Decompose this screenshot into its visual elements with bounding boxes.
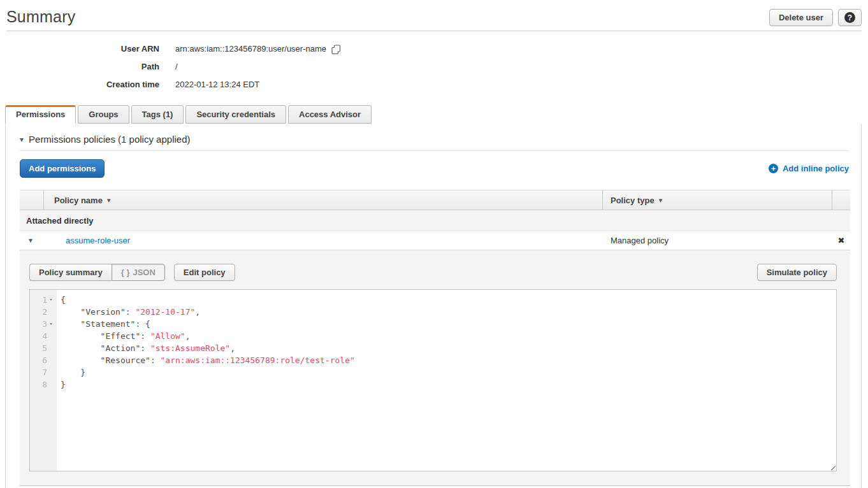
- policy-actions-row: Add permissions + Add inline policy: [20, 159, 849, 178]
- simulate-policy-button[interactable]: Simulate policy: [757, 264, 837, 281]
- fold-caret-icon[interactable]: ▾: [47, 318, 55, 330]
- expand-caret-icon[interactable]: ▼: [27, 237, 34, 244]
- user-detail-row: Path/: [0, 58, 868, 76]
- tab-permissions[interactable]: Permissions: [5, 105, 76, 124]
- field-label: Path: [0, 58, 159, 76]
- code-line: "Statement": {: [61, 318, 355, 330]
- line-number: 4: [42, 330, 47, 342]
- tab-groups[interactable]: Groups: [78, 105, 129, 124]
- page-title: Summary: [6, 8, 862, 26]
- gutter-line: 5: [30, 342, 57, 354]
- code-line: {: [61, 294, 355, 306]
- add-permissions-button[interactable]: Add permissions: [20, 159, 105, 178]
- sort-caret-icon: ▾: [107, 196, 111, 205]
- line-number: 3: [42, 318, 47, 330]
- policy-type-value: Managed policy: [603, 236, 832, 245]
- gutter-line: 1▾: [30, 294, 57, 306]
- page-header: Summary Delete user ?: [0, 0, 868, 31]
- json-button[interactable]: { } JSON: [112, 264, 165, 281]
- column-policy-name[interactable]: Policy name ▾: [44, 190, 603, 210]
- code-line: }: [61, 366, 355, 378]
- field-value: /: [175, 58, 178, 76]
- user-detail-row: Creation time2022-01-12 13:24 EDT: [0, 76, 868, 94]
- remove-policy-icon[interactable]: ✖: [838, 236, 845, 245]
- gutter-line: 4: [30, 330, 57, 342]
- add-inline-policy-link[interactable]: + Add inline policy: [769, 164, 849, 173]
- header-close-cell: [832, 190, 850, 210]
- tab-bar: PermissionsGroupsTags (1)Security creden…: [0, 105, 868, 124]
- line-number: 7: [42, 366, 47, 378]
- tab-access-advisor[interactable]: Access Advisor: [288, 105, 372, 124]
- gutter-line: 7: [30, 366, 57, 378]
- gutter-line: 6: [30, 354, 57, 366]
- policy-table-header: Policy name ▾ Policy type ▾: [20, 190, 850, 210]
- field-label: User ARN: [0, 40, 159, 58]
- column-policy-type-label: Policy type: [611, 196, 655, 205]
- tab-panel: ▾ Permissions policies (1 policy applied…: [5, 124, 862, 488]
- sort-caret-icon: ▾: [659, 196, 663, 205]
- editor-code[interactable]: { "Version": "2012-10-17", "Statement": …: [57, 290, 355, 471]
- braces-icon: { }: [121, 268, 130, 277]
- policy-name-link[interactable]: assume-role-user: [66, 236, 130, 245]
- policy-table-row: ▼ assume-role-user Managed policy ✖: [20, 231, 850, 250]
- help-button[interactable]: ?: [838, 9, 862, 26]
- policy-view-toggle: Policy summary { } JSON: [29, 264, 165, 281]
- field-value-text: /: [175, 58, 178, 76]
- help-icon: ?: [844, 12, 855, 23]
- line-number: 1: [42, 294, 47, 306]
- code-line: "Version": "2012-10-17",: [61, 306, 355, 318]
- gutter-line: 8: [30, 378, 57, 391]
- header-expand-cell: [20, 190, 44, 210]
- permissions-policies-section-header[interactable]: ▾ Permissions policies (1 policy applied…: [20, 134, 849, 145]
- title-divider: [6, 31, 862, 31]
- policy-detail-actions: Policy summary { } JSON Edit policy Simu…: [29, 264, 837, 281]
- header-actions: Delete user ?: [769, 9, 862, 26]
- copy-icon[interactable]: [331, 45, 341, 54]
- tab-tags[interactable]: Tags (1): [131, 105, 184, 124]
- field-label: Creation time: [0, 76, 159, 94]
- gutter-line: 3▾: [30, 318, 57, 330]
- gutter-line: 2: [30, 306, 57, 318]
- code-line: "Action": "sts:AssumeRole",: [61, 342, 355, 354]
- fold-caret-icon[interactable]: ▾: [47, 294, 55, 306]
- edit-policy-button[interactable]: Edit policy: [174, 264, 235, 281]
- code-line: }: [61, 378, 355, 391]
- policy-table: Policy name ▾ Policy type ▾ Attached dir…: [20, 190, 850, 486]
- line-number: 8: [42, 378, 47, 391]
- field-value-text: 2022-01-12 13:24 EDT: [175, 76, 259, 94]
- field-value-text: arn:aws:iam::123456789:user/user-name: [175, 40, 326, 58]
- field-value: arn:aws:iam::123456789:user/user-name: [175, 40, 341, 58]
- policy-summary-button[interactable]: Policy summary: [29, 264, 112, 281]
- section-divider: [20, 150, 849, 151]
- attached-directly-group-row: Attached directly: [20, 210, 850, 231]
- code-line: "Effect": "Allow",: [61, 330, 355, 342]
- user-details: User ARNarn:aws:iam::123456789:user/user…: [0, 40, 868, 94]
- line-number: 2: [42, 306, 47, 318]
- editor-gutter: 1▾23▾45678: [30, 290, 57, 471]
- column-policy-type[interactable]: Policy type ▾: [603, 190, 832, 210]
- tab-security-credentials[interactable]: Security credentials: [185, 105, 286, 124]
- section-heading-label: Permissions policies (1 policy applied): [29, 134, 190, 145]
- json-button-label: JSON: [133, 268, 155, 277]
- line-number: 6: [42, 354, 47, 366]
- line-number: 5: [42, 342, 47, 354]
- column-policy-name-label: Policy name: [54, 196, 103, 205]
- user-detail-row: User ARNarn:aws:iam::123456789:user/user…: [0, 40, 868, 58]
- add-inline-policy-label: Add inline policy: [783, 164, 849, 173]
- resize-handle-icon[interactable]: [828, 463, 835, 470]
- collapse-caret-icon: ▾: [20, 135, 24, 144]
- plus-icon: +: [769, 164, 778, 173]
- policy-detail-panel: Policy summary { } JSON Edit policy Simu…: [20, 250, 850, 486]
- field-value: 2022-01-12 13:24 EDT: [175, 76, 259, 94]
- delete-user-button[interactable]: Delete user: [769, 9, 833, 26]
- code-line: "Resource": "arn:aws:iam::123456789:role…: [61, 354, 355, 366]
- json-policy-editor[interactable]: 1▾23▾45678 { "Version": "2012-10-17", "S…: [29, 289, 837, 471]
